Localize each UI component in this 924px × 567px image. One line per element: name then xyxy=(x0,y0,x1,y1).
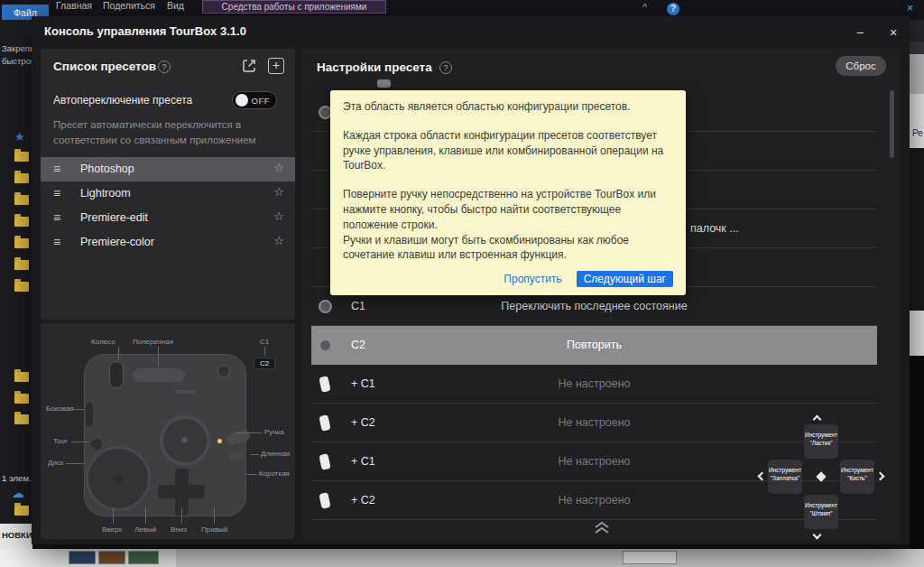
favorite-star-icon[interactable]: ☆ xyxy=(273,161,284,174)
preset-name: Premiere-color xyxy=(80,236,154,248)
preset-name: Premiere-edit xyxy=(80,211,148,224)
explorer-right-strip xyxy=(910,54,924,94)
folder-icon[interactable] xyxy=(14,173,29,183)
preset-name: Photoshop xyxy=(80,163,134,175)
settings-row-c2-selected[interactable]: C2 Повторить xyxy=(311,326,877,365)
preset-item-premiere-edit[interactable]: ≡ Premiere-edit ☆ xyxy=(41,206,295,230)
statusbar-text-fragment: НОВКИ xyxy=(2,530,32,540)
settings-row-combo-c1[interactable]: + C1 Не настроено xyxy=(311,365,877,404)
thumbnail[interactable] xyxy=(623,551,677,564)
double-chevron-up-icon[interactable] xyxy=(592,520,612,538)
device-label-c2: C2 xyxy=(254,358,275,369)
pin-label-line2: быстрог xyxy=(2,56,32,66)
preset-item-premiere-color[interactable]: ≡ Premiere-color ☆ xyxy=(41,230,295,255)
onedrive-cloud-icon[interactable]: ☁ xyxy=(12,486,24,500)
drag-handle-icon[interactable]: ≡ xyxy=(53,186,60,200)
minimize-button[interactable]: − xyxy=(848,22,872,43)
folder-icon[interactable] xyxy=(14,506,29,516)
device-c1-button xyxy=(217,365,230,377)
preset-item-photoshop[interactable]: ≡ Photoshop ☆ xyxy=(41,157,295,181)
hud-tool-name: "Кисть" xyxy=(840,474,874,483)
thumbnail[interactable] xyxy=(128,551,159,564)
screen: Файл Главная Поделиться Вид Средства раб… xyxy=(0,0,924,567)
hud-tool-left: Инструмент "Заплатка" xyxy=(768,460,802,494)
right-panel-text-fragment: Ре xyxy=(912,128,923,138)
favorite-star-icon[interactable]: ★ xyxy=(14,130,25,144)
device-label-left: Левый xyxy=(134,525,156,534)
ribbon-tab-home[interactable]: Главная xyxy=(56,0,92,12)
explorer-right-strip xyxy=(910,42,924,54)
next-step-button[interactable]: Следующий шаг xyxy=(577,271,673,287)
hud-tool-label: Инструмент xyxy=(804,432,838,439)
device-dial-center xyxy=(114,474,123,483)
settings-row-combo-c2[interactable]: + C2 Не настроено xyxy=(311,404,877,442)
skip-link[interactable]: Пропустить xyxy=(504,273,561,285)
reset-button[interactable]: Сброс xyxy=(836,56,886,76)
auto-switch-toggle[interactable]: OFF xyxy=(232,91,277,109)
tooltip-paragraph: Эта область является областью конфигурац… xyxy=(343,99,673,115)
pin-label-line1: Закрепит xyxy=(2,43,32,53)
help-icon[interactable]: ? xyxy=(667,3,679,15)
callout-line xyxy=(66,463,84,464)
close-button[interactable]: × xyxy=(882,22,905,43)
callout-line xyxy=(181,507,182,524)
explorer-close-icon[interactable]: × xyxy=(907,2,913,14)
preset-list-header: Список пресетов xyxy=(53,60,156,73)
folder-icon[interactable] xyxy=(14,217,29,227)
device-wheel xyxy=(109,361,124,388)
onboarding-tooltip: Эта область является областью конфигурац… xyxy=(330,90,686,295)
ribbon-collapse-icon[interactable]: ^ xyxy=(642,2,647,13)
folder-icon[interactable] xyxy=(14,238,29,248)
explorer-right-strip xyxy=(910,20,924,42)
callout-line xyxy=(158,347,159,367)
callout-line xyxy=(250,454,259,455)
settings-help-icon[interactable]: ? xyxy=(439,61,452,74)
device-label-tour: Tour xyxy=(53,437,68,445)
callout-line xyxy=(113,507,114,524)
drag-handle-icon[interactable]: ≡ xyxy=(53,162,60,176)
navigation-pane: Закрепит быстрог ★ 1 элем... ☁ xyxy=(0,20,32,524)
thumbnail[interactable] xyxy=(69,551,96,564)
callout-line xyxy=(214,507,215,524)
app-tools-context-tab[interactable]: Средства работы с приложениями xyxy=(202,0,386,14)
hud-tool-label: Инструмент xyxy=(768,467,802,474)
scrollbar-thumb[interactable] xyxy=(890,90,894,158)
favorite-star-icon[interactable]: ☆ xyxy=(273,234,284,247)
scroll-indicator[interactable] xyxy=(377,79,391,88)
tooltip-paragraph: Ручки и клавиши могут быть скомбинирован… xyxy=(343,233,673,264)
drag-handle-icon[interactable]: ≡ xyxy=(53,210,60,225)
callout-line xyxy=(246,474,257,475)
folder-icon[interactable] xyxy=(14,282,29,292)
folder-icon[interactable] xyxy=(14,195,29,205)
auto-switch-description-line1: Пресет автоматически переключится в xyxy=(53,119,241,130)
folder-icon[interactable] xyxy=(14,260,29,270)
explorer-right-strip xyxy=(910,94,924,148)
folder-icon[interactable] xyxy=(14,152,29,162)
favorite-star-icon[interactable]: ☆ xyxy=(273,209,284,223)
callout-line xyxy=(236,432,263,433)
add-preset-button[interactable]: + xyxy=(268,58,284,74)
favorite-star-icon[interactable]: ☆ xyxy=(273,185,284,199)
device-label-wheel: Колесо xyxy=(91,338,116,346)
ribbon-tab-view[interactable]: Вид xyxy=(167,0,184,12)
folder-icon[interactable] xyxy=(14,394,29,404)
hud-tool-label: Инструмент xyxy=(804,502,838,509)
device-label-down: Вниз xyxy=(171,525,187,534)
device-label-up: Вверх xyxy=(102,525,122,534)
preset-help-icon[interactable]: ? xyxy=(158,60,171,73)
folder-icon[interactable] xyxy=(14,414,29,424)
auto-switch-label: Автопереключение пресета xyxy=(53,94,192,107)
device-label-disk: Диск xyxy=(48,459,63,467)
drag-handle-icon[interactable]: ≡ xyxy=(53,235,60,249)
row-action-label: Не настроено xyxy=(311,416,877,429)
preset-item-lightroom[interactable]: ≡ Lightroom ☆ xyxy=(41,181,295,206)
thumbnail[interactable] xyxy=(98,551,125,564)
ribbon-tab-share[interactable]: Поделиться xyxy=(103,0,155,12)
preset-list-card: Список пресетов ? + Автопереключение пре… xyxy=(41,49,295,320)
callout-line xyxy=(264,347,265,356)
tooltip-paragraph: Каждая строка области конфигурации пресе… xyxy=(343,128,673,173)
import-preset-button[interactable] xyxy=(241,58,257,74)
device-knob-dot xyxy=(181,437,188,443)
folder-icon[interactable] xyxy=(14,372,29,382)
callout-line xyxy=(118,347,119,360)
